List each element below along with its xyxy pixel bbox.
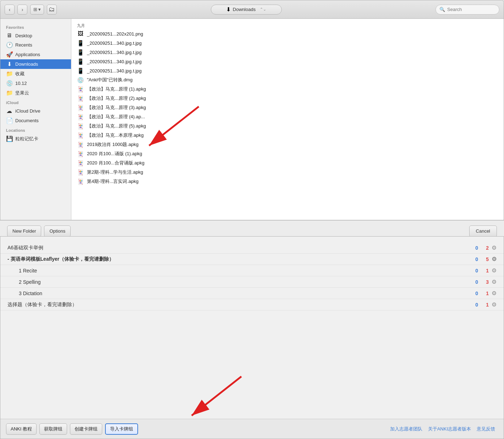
gear-icon[interactable]: ⚙ [492,290,497,297]
sidebar-item-label: Applications [15,52,40,57]
sidebar-item-recents[interactable]: 🕐 Recents [0,40,71,50]
file-icon: 🃏 [77,169,84,176]
sidebar-item-documents[interactable]: 📄 Documents [0,116,71,125]
file-icon: 📱 [77,39,84,47]
deck-due-count: 1 [478,268,489,273]
file-name: 【政治】马克...原理 (1).apkg [87,86,498,92]
forward-button[interactable]: › [17,5,27,15]
location-title: Downloads [233,7,256,12]
deck-row[interactable]: 1 Recite 0 1 ⚙ [0,265,504,276]
gear-icon[interactable]: ⚙ [492,278,497,285]
deck-due-count: 1 [478,302,489,308]
sidebar-item-jianguoyun[interactable]: 📁 坚果云 [0,88,71,98]
search-input[interactable] [447,7,493,12]
documents-icon: 📄 [6,117,12,124]
file-item[interactable]: 📱 _202009251...340.jpg.t.jpg [71,57,504,66]
file-item[interactable]: 🃏 【政治】马克...原理 (5).apkg [71,121,504,131]
file-name: 【政治】马克...原理 (5).apkg [87,123,498,129]
file-item[interactable]: 📱 _202009251...340.jpg.t.jpg [71,66,504,75]
sidebar-item-disk1012[interactable]: 💿 10.12 [0,78,71,88]
create-deck-button[interactable]: 创建卡牌组 [70,423,102,435]
deck-row[interactable]: - 英语单词模板Leaflyer（体验卡，看完请删除） 0 5 ⚙ [0,254,504,265]
sidebar-item-label: Desktop [15,33,32,38]
deck-new-count: 0 [467,245,478,251]
deck-new-count: 0 [467,256,478,262]
sidebar-item-applications[interactable]: 🚀 Applications [0,50,71,59]
gear-icon[interactable]: ⚙ [492,244,497,251]
deck-list-container: A6基础双卡举例 0 2 ⚙ - 英语单词模板Leaflyer（体验卡，看完请删… [0,242,504,310]
file-item[interactable]: 🃏 【政治】马克...原理 (3).apkg [71,103,504,112]
deck-name: 1 Recite [19,268,467,273]
back-button[interactable]: ‹ [5,5,15,15]
import-deck-button[interactable]: 导入卡牌组 [105,423,138,435]
about-anki-link[interactable]: 关于ANKI志愿者版本 [428,426,471,432]
deck-row[interactable]: 选择题（体验卡，看完请删除） 0 1 ⚙ [0,299,504,310]
deck-row[interactable]: A6基础双卡举例 0 2 ⚙ [0,242,504,254]
file-icon: 🃏 [77,104,84,111]
finder-window: ‹ › ⊞ ▾ 🗂 ⬇ Downloads ⌃⌄ 🔍 Favorites [0,0,504,234]
feedback-link[interactable]: 意见反馈 [477,426,495,432]
file-icon: 🖼 [77,30,84,37]
usbdrive-icon: 💾 [6,135,12,142]
location-pill[interactable]: ⬇ Downloads ⌃⌄ [211,5,282,15]
deck-name: - 英语单词模板Leaflyer（体验卡，看完请删除） [7,256,467,262]
options-button[interactable]: Options [44,226,71,237]
sidebar-item-label: 收藏 [15,71,24,77]
file-icon: 🃏 [77,95,84,102]
gear-icon[interactable]: ⚙ [492,267,497,274]
file-item[interactable]: 🃏 【政治】马克...原理 (4).ap... [71,112,504,121]
file-name: 【政治】马克...本原理.apkg [87,132,498,139]
file-icon: 🃏 [77,150,84,157]
new-folder-button[interactable]: 🗂 [47,5,57,15]
file-icon: 🃏 [77,86,84,93]
deck-new-count: 0 [467,302,478,308]
finder-toolbar: ‹ › ⊞ ▾ 🗂 ⬇ Downloads ⌃⌄ 🔍 [0,0,504,19]
sidebar-item-desktop[interactable]: 🖥 Desktop [0,31,71,40]
deck-due-count: 5 [478,256,489,262]
anki-bottom-bar: ANKI 教程 获取牌组 创建卡牌组 导入卡牌组 加入志愿者团队 关于ANKI志… [0,419,504,439]
sidebar-item-usbdrive[interactable]: 💾 粒粒记忆卡 [0,134,71,143]
file-item[interactable]: 🃏 2020 肖100...合背诵版.apkg [71,158,504,168]
gear-icon[interactable]: ⚙ [492,256,497,262]
file-item[interactable]: 📱 _202009251...340.jpg.t.jpg [71,38,504,48]
file-item[interactable]: 🃏 2019政治肖 1000题.apkg [71,140,504,149]
get-deck-button[interactable]: 获取牌组 [39,423,67,435]
deck-name: 2 Spelling [19,279,467,285]
gear-icon[interactable]: ⚙ [492,301,497,308]
icloud-section-title: iCloud [0,98,71,106]
new-folder-button[interactable]: New Folder [7,226,41,237]
file-item[interactable]: 🃏 【政治】马克...原理 (1).apkg [71,85,504,94]
cancel-button[interactable]: Cancel [469,226,497,237]
sidebar-item-label: Downloads [15,61,38,67]
file-icon: 🃏 [77,123,84,130]
file-name: _202009251...202x201.png [87,31,498,37]
deck-due-count: 3 [478,279,489,285]
file-item[interactable]: 🃏 【政治】马克...原理 (2).apkg [71,94,504,103]
file-item[interactable]: 🃏 第4期-理科...言实词.apkg [71,177,504,186]
join-volunteers-link[interactable]: 加入志愿者团队 [390,426,422,432]
sidebar-item-icloud-drive[interactable]: ☁ iCloud Drive [0,106,71,116]
file-name: _202009251...340.jpg.t.jpg [87,68,498,74]
jianguoyun-icon: 📁 [6,90,12,96]
view-toggle[interactable]: ⊞ ▾ [30,5,44,15]
deck-new-count: 0 [467,268,478,273]
sidebar-item-downloads[interactable]: ⬇ Downloads [0,59,71,69]
file-icon: 📱 [77,49,84,56]
file-icon: 🃏 [77,159,84,167]
deck-row[interactable]: 3 Dictation 0 1 ⚙ [0,288,504,299]
file-item[interactable]: 🃏 【政治】马克...本原理.apkg [71,131,504,140]
file-item[interactable]: 🃏 第2期-理科...学与生活.apkg [71,168,504,177]
sidebar-item-collections[interactable]: 📁 收藏 [0,69,71,78]
sidebar-item-label: 10.12 [15,81,27,86]
icloud-drive-icon: ☁ [6,108,12,114]
location-bar: ⬇ Downloads ⌃⌄ [60,5,433,15]
anki-tutorial-button[interactable]: ANKI 教程 [6,423,37,435]
file-item[interactable]: 📱 _202009251...340.jpg.t.jpg [71,48,504,57]
file-item[interactable]: 🖼 _202009251...202x201.png [71,29,504,38]
file-name: _202009251...340.jpg.t.jpg [87,40,498,46]
file-icon: 🃏 [77,113,84,120]
file-item[interactable]: 💿 "Anki中国"已转换.dmg [71,75,504,85]
file-item[interactable]: 🃏 2020 肖100...诵版 (1).apkg [71,149,504,158]
search-bar[interactable]: 🔍 [435,5,499,15]
deck-row[interactable]: 2 Spelling 0 3 ⚙ [0,276,504,288]
